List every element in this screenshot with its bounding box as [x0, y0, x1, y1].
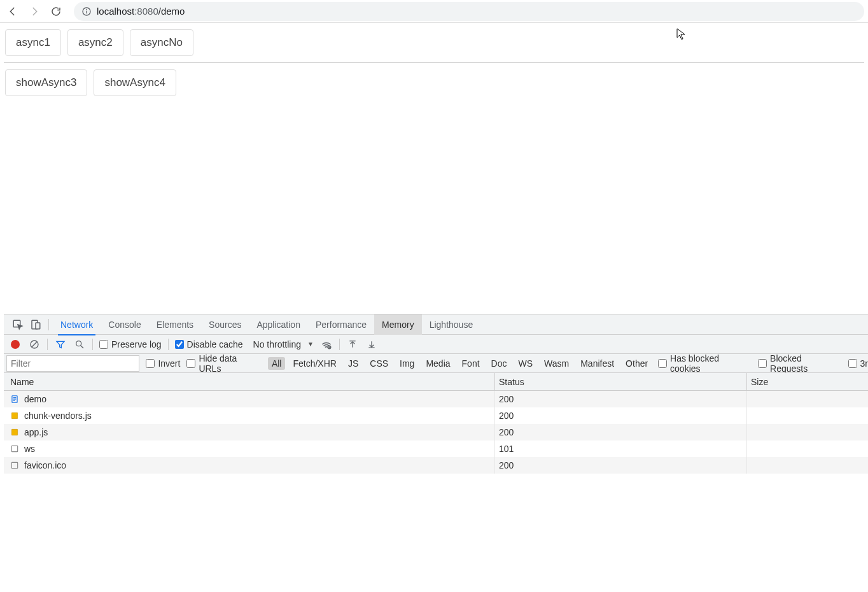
- hide-data-urls-checkbox[interactable]: Hide data URLs: [186, 354, 261, 373]
- chevron-down-icon: ▼: [307, 341, 314, 348]
- filter-type-wasm[interactable]: Wasm: [540, 357, 573, 370]
- browser-toolbar: localhost:8080/demo: [0, 0, 868, 23]
- reload-button[interactable]: [47, 3, 65, 20]
- request-row[interactable]: demo200: [4, 391, 868, 407]
- doc-file-icon: [10, 395, 19, 404]
- invert-checkbox[interactable]: Invert: [146, 358, 180, 369]
- request-row[interactable]: ws101: [4, 440, 868, 457]
- request-status: 200: [495, 407, 747, 424]
- request-size: [747, 391, 868, 407]
- svg-line-9: [81, 346, 83, 348]
- request-status: 200: [495, 424, 747, 440]
- page-content: async1async2asyncNo showAsync3showAsync4: [0, 23, 868, 102]
- request-size: [747, 457, 868, 474]
- has-blocked-cookies-checkbox[interactable]: Has blocked cookies: [658, 354, 752, 373]
- svg-point-2: [87, 9, 87, 10]
- svg-rect-18: [11, 429, 17, 435]
- forward-button[interactable]: [25, 3, 43, 20]
- request-name: app.js: [24, 427, 48, 437]
- filter-type-js[interactable]: JS: [344, 357, 362, 370]
- svg-rect-5: [36, 323, 40, 329]
- inspect-element-icon[interactable]: [9, 316, 27, 334]
- showasync4-button[interactable]: showAsync4: [94, 69, 176, 96]
- asyncno-button[interactable]: asyncNo: [130, 29, 193, 56]
- filter-type-fetch-xhr[interactable]: Fetch/XHR: [289, 357, 340, 370]
- network-conditions-icon[interactable]: [320, 338, 333, 351]
- tab-memory[interactable]: Memory: [374, 314, 422, 335]
- url-text: localhost:8080/demo: [97, 6, 185, 17]
- showasync3-button[interactable]: showAsync3: [5, 69, 87, 96]
- filter-type-media[interactable]: Media: [422, 357, 454, 370]
- throttling-select[interactable]: No throttling ▼: [249, 338, 314, 351]
- svg-point-8: [76, 341, 81, 346]
- svg-rect-20: [11, 462, 17, 468]
- disable-cache-checkbox[interactable]: Disable cache: [175, 339, 243, 349]
- site-info-icon[interactable]: [81, 6, 92, 17]
- request-name: ws: [24, 444, 35, 454]
- request-row[interactable]: app.js200: [4, 424, 868, 440]
- filter-type-css[interactable]: CSS: [366, 357, 392, 370]
- search-icon[interactable]: [73, 338, 86, 351]
- devtools-tabbar: NetworkConsoleElementsSourcesApplication…: [4, 314, 868, 335]
- col-status-header[interactable]: Status: [495, 373, 747, 390]
- grid-header: Name Status Size: [4, 373, 868, 391]
- svg-line-7: [32, 342, 37, 347]
- request-row[interactable]: chunk-vendors.js200: [4, 407, 868, 424]
- filter-input[interactable]: [6, 355, 139, 372]
- request-status: 200: [495, 391, 747, 407]
- export-har-icon[interactable]: [365, 338, 378, 351]
- async2-button[interactable]: async2: [67, 29, 123, 56]
- request-size: [747, 424, 868, 440]
- ws-file-icon: [10, 444, 19, 453]
- tab-network[interactable]: Network: [53, 314, 101, 335]
- back-button[interactable]: [4, 3, 22, 20]
- network-toolbar: Preserve log Disable cache No throttling…: [4, 335, 868, 354]
- clear-button[interactable]: [28, 338, 41, 351]
- preserve-log-checkbox[interactable]: Preserve log: [99, 339, 162, 349]
- filter-type-manifest[interactable]: Manifest: [577, 357, 618, 370]
- async1-button[interactable]: async1: [5, 29, 61, 56]
- filter-type-ws[interactable]: WS: [514, 357, 536, 370]
- filter-type-doc[interactable]: Doc: [487, 357, 511, 370]
- tab-application[interactable]: Application: [249, 314, 308, 335]
- js-file-icon: [10, 428, 19, 437]
- ws-file-icon: [10, 461, 19, 470]
- request-name: chunk-vendors.js: [24, 411, 92, 421]
- tab-performance[interactable]: Performance: [308, 314, 374, 335]
- record-button[interactable]: [9, 338, 22, 351]
- svg-rect-19: [11, 446, 17, 451]
- request-status: 200: [495, 457, 747, 474]
- request-status: 101: [495, 440, 747, 457]
- import-har-icon[interactable]: [346, 338, 359, 351]
- filter-type-other[interactable]: Other: [622, 357, 652, 370]
- tab-sources[interactable]: Sources: [201, 314, 249, 335]
- filter-type-font[interactable]: Font: [458, 357, 484, 370]
- svg-rect-17: [11, 412, 17, 418]
- js-file-icon: [10, 411, 19, 420]
- tab-lighthouse[interactable]: Lighthouse: [422, 314, 481, 335]
- devtools-panel: NetworkConsoleElementsSourcesApplication…: [4, 314, 868, 592]
- request-size: [747, 407, 868, 424]
- tab-console[interactable]: Console: [101, 314, 148, 335]
- network-filter-row: Invert Hide data URLs AllFetch/XHRJSCSSI…: [4, 354, 868, 373]
- request-size: [747, 440, 868, 457]
- blocked-requests-checkbox[interactable]: Blocked Requests: [758, 354, 841, 373]
- request-name: demo: [24, 394, 46, 404]
- request-name: favicon.ico: [24, 460, 66, 470]
- col-size-header[interactable]: Size: [747, 373, 868, 390]
- device-toolbar-icon[interactable]: [27, 316, 45, 334]
- filter-type-all[interactable]: All: [268, 357, 286, 370]
- tab-elements[interactable]: Elements: [149, 314, 201, 335]
- divider: [4, 62, 864, 63]
- url-bar[interactable]: localhost:8080/demo: [74, 2, 864, 21]
- col-name-header[interactable]: Name: [4, 373, 495, 390]
- third-party-checkbox[interactable]: 3r: [848, 358, 868, 369]
- filter-toggle-icon[interactable]: [54, 338, 67, 351]
- request-row[interactable]: favicon.ico200: [4, 457, 868, 474]
- request-grid: Name Status Size demo200chunk-vendors.js…: [4, 373, 868, 592]
- filter-type-img[interactable]: Img: [396, 357, 418, 370]
